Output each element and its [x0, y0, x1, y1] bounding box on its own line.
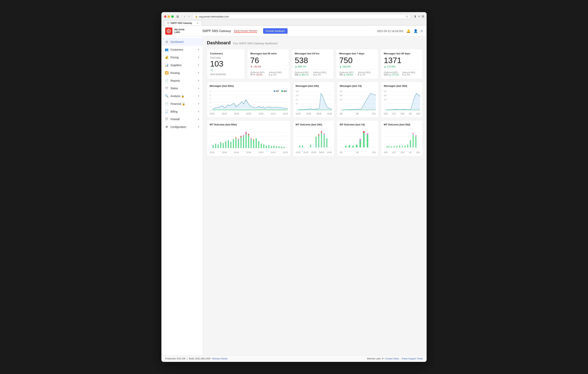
svg-rect-63: [241, 137, 242, 148]
share-button[interactable]: ⬆: [414, 15, 416, 18]
sidebar-label-pricing: Pricing: [170, 56, 196, 59]
sidebar: ⊙ Dashboard 👥 Customers ▼ 💰 Pricing ▼ 📊 …: [161, 36, 203, 355]
close-button[interactable]: [164, 15, 167, 18]
stat-since-customers: since yesterday: [210, 73, 242, 75]
tab-favicon: 🛡: [167, 22, 169, 24]
stat-card-customers: Customers Total today 103 +2 since yeste…: [207, 49, 245, 79]
svg-rect-137: [415, 137, 416, 147]
support-ticket-link[interactable]: Raise Support Ticket: [402, 357, 423, 360]
sub-value-mo-24h: 0 ▲ 0%: [314, 74, 331, 76]
sidebar-toggle-button[interactable]: ⊞: [175, 14, 180, 19]
new-tab-button[interactable]: +: [418, 15, 420, 18]
svg-rect-112: [349, 145, 350, 147]
svg-rect-74: [268, 145, 269, 148]
chart-xaxis-out7d: 3/5 3/8 3/11: [340, 151, 376, 153]
firewall-icon: 🛡: [165, 118, 168, 121]
svg-text:600: 600: [340, 90, 342, 92]
sub-label-mo-30d: Inbound (MO): [403, 71, 420, 74]
svg-rect-87: [251, 138, 252, 139]
svg-rect-126: [387, 146, 387, 147]
reload-icon[interactable]: ↻: [406, 15, 408, 18]
forward-button[interactable]: ›: [187, 14, 190, 19]
configuration-arrow-icon: ▼: [198, 126, 200, 128]
chart-title-line60m: Messages (last 60m): [210, 85, 288, 87]
svg-rect-57: [225, 141, 226, 148]
svg-text:5: 5: [210, 94, 211, 96]
legend-mt: MT: [274, 90, 279, 92]
sidebar-item-dashboard[interactable]: ⊙ Dashboard: [161, 38, 203, 46]
chart-xaxis-out24h: 14:00 20:00 02:00 08:00 14:00: [296, 151, 332, 153]
address-bar[interactable]: 🔒 ssg-portal.melroselabs.com ↻: [192, 14, 411, 19]
svg-text:400: 400: [384, 94, 387, 96]
legend-mo: MO: [281, 90, 287, 92]
svg-text:600: 600: [384, 90, 387, 92]
minimize-button[interactable]: [168, 15, 170, 18]
tab-overview-button[interactable]: ⧉: [422, 15, 424, 18]
outcome-area-7d: [340, 128, 376, 151]
svg-text:3: 3: [210, 101, 211, 103]
svg-rect-53: [215, 144, 216, 148]
svg-marker-46: [386, 93, 420, 110]
page-subtitle: Your SMPP SMS Gateway dashboard: [233, 42, 277, 45]
svg-rect-114: [356, 145, 357, 147]
sidebar-item-financial[interactable]: 📄 Financial 🔒 ▼: [161, 100, 203, 108]
active-tab[interactable]: 🛡 SMPP SMS Gateway ✕: [164, 21, 202, 26]
back-button[interactable]: ‹: [183, 14, 186, 19]
svg-rect-78: [278, 146, 279, 148]
svg-rect-67: [251, 139, 252, 148]
routing-icon: 🔀: [165, 71, 168, 75]
stat-title-customers: Customers: [210, 52, 242, 55]
stat-card-msgs24h: Messages last 24 hrs 538 ▲ 860.7% Outbou…: [292, 49, 334, 79]
outcome-charts-row: MT Outcome (last 60m): [207, 120, 423, 156]
logo-text: MELROSE LABS: [174, 28, 185, 33]
svg-rect-104: [318, 134, 319, 136]
sidebar-item-configuration[interactable]: ⚙ Configuration ▼: [161, 123, 203, 131]
chart-card-line7d: Messages (last 7d) 600 400: [337, 82, 379, 118]
sidebar-item-billing[interactable]: 🧾 Billing ▼: [161, 108, 203, 115]
svg-rect-138: [413, 133, 414, 135]
sidebar-item-routing[interactable]: 🔀 Routing ▼: [161, 69, 203, 77]
chart-card-line30d: Messages (last 30d) 600 400: [381, 82, 423, 118]
sub-value-mt-60: 76 ▼ -48.3%: [250, 74, 267, 76]
logout-icon[interactable]: ⎋: [421, 29, 423, 33]
stat-sub-msgs24h: Outbound (MT) 538 ▲ 860.7% Inbound (MO) …: [295, 70, 331, 76]
early-access-label[interactable]: Early Access Version: [234, 29, 257, 33]
maximize-button[interactable]: [171, 15, 174, 18]
contact-sales-link[interactable]: Contact Sales: [385, 357, 399, 360]
feedback-button[interactable]: Provide feedback: [263, 28, 287, 34]
sidebar-item-customers[interactable]: 👥 Customers ▼: [161, 46, 203, 53]
customers-icon: 👥: [165, 48, 168, 51]
sidebar-item-reports[interactable]: 📄 Reports ▼: [161, 77, 203, 85]
stat-title-msgs7d: Messages last 7 days: [339, 52, 375, 55]
sub-value-mo-60: 0 ▲ 0%: [269, 74, 286, 76]
stat-title-msgs24h: Messages last 24 hrs: [295, 52, 331, 55]
notification-icon[interactable]: 🔔: [406, 29, 410, 33]
user-icon[interactable]: 👤: [414, 29, 418, 33]
sidebar-item-firewall[interactable]: 🛡 Firewall ▼: [161, 115, 203, 123]
billing-icon: 🧾: [165, 110, 168, 113]
sub-value-mo-30d: 0 ▲ 0%: [403, 74, 420, 76]
chart-card-out60m: MT Outcome (last 60m): [207, 120, 291, 156]
svg-rect-118: [363, 131, 365, 133]
svg-rect-66: [248, 135, 249, 148]
legend-mt-label: MT: [276, 90, 279, 92]
svg-text:40: 40: [296, 103, 298, 105]
sidebar-item-analysis[interactable]: 🔍 Analysis 🔒 ▼: [161, 92, 203, 100]
svg-rect-68: [253, 140, 254, 148]
tab-close-button[interactable]: ✕: [197, 22, 199, 24]
sidebar-item-suppliers[interactable]: 📊 Suppliers ▼: [161, 61, 203, 69]
stat-label-customers: Total today: [210, 56, 242, 59]
sidebar-item-status[interactable]: 🛡 Status ▼: [161, 85, 203, 92]
release-history-link[interactable]: Release history: [212, 357, 228, 360]
sidebar-label-status: Status: [170, 87, 196, 90]
footer-db-label: Production SSG DB: [165, 357, 185, 360]
svg-rect-85: [243, 135, 244, 136]
analysis-icon: 🔍: [165, 94, 168, 98]
footer-pipe: |: [400, 357, 401, 360]
analysis-arrow-icon: ▼: [198, 95, 200, 97]
sidebar-item-pricing[interactable]: 💰 Pricing ▼: [161, 53, 203, 61]
stats-row: Customers Total today 103 +2 since yeste…: [207, 49, 423, 79]
suppliers-icon: 📊: [165, 63, 168, 67]
sub-label-mt-30d: Outbound (MT): [384, 71, 401, 74]
chart-title-out7d: MT Outcome (last 7d): [340, 123, 376, 126]
